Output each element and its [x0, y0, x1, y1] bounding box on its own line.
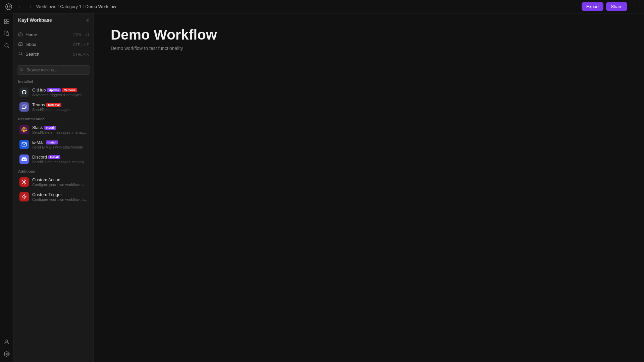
export-button[interactable]: Export — [582, 2, 604, 11]
svg-point-14 — [20, 68, 22, 71]
search-rail-icon[interactable] — [1, 40, 12, 51]
workflow-title: Demo Workflow — [111, 27, 627, 43]
svg-point-2 — [9, 5, 11, 7]
plugin-custom-trigger[interactable]: Custom Trigger Configure your own workfl… — [15, 190, 92, 204]
svg-rect-7 — [6, 33, 8, 36]
plugin-search-input[interactable] — [17, 65, 90, 75]
sidebar-item-home[interactable]: Home CTRL + H — [13, 30, 94, 40]
email-install-badge: Install — [46, 140, 58, 144]
breadcrumb-sep-2: / — [83, 4, 84, 9]
discord-name-row: Discord Install — [32, 155, 88, 160]
copy-icon[interactable] — [1, 28, 12, 39]
teams-info: Teams Remove Send/Delete messages — [32, 102, 88, 112]
email-info: E-Mail Install Send E-Mails with attachm… — [32, 140, 88, 149]
plugin-teams[interactable]: Teams Remove Send/Delete messages — [15, 100, 92, 114]
sidebar-item-inbox[interactable]: Inbox CTRL + T — [13, 40, 94, 49]
icon-rail — [0, 13, 13, 362]
topbar-actions: Export Share ⋮ — [582, 2, 640, 11]
app-logo — [4, 2, 13, 11]
more-button[interactable]: ⋮ — [630, 3, 640, 10]
discord-name: Discord — [32, 155, 47, 160]
custom-trigger-name: Custom Trigger — [32, 192, 62, 197]
svg-point-1 — [7, 5, 8, 7]
svg-line-13 — [21, 55, 22, 56]
back-button[interactable]: ← — [16, 3, 24, 11]
plugin-search-inner — [17, 65, 90, 75]
svg-rect-6 — [7, 22, 9, 24]
breadcrumb: Workflows / Category 1 / Demo Workflow — [36, 4, 116, 9]
svg-point-0 — [6, 3, 12, 9]
additions-section-label: Additions — [13, 167, 94, 175]
sidebar-nav: Home CTRL + H Inbox CTRL + T Search CTRL… — [13, 27, 94, 62]
discord-install-badge: Install — [48, 155, 60, 159]
main-area: Kayf Workbase « Home CTRL + H Inbox CTRL… — [0, 13, 644, 362]
inbox-label: Inbox — [25, 42, 36, 47]
custom-action-name-row: Custom Action — [32, 177, 88, 182]
github-info: GitHub Update Remove Advanced triggers &… — [32, 87, 88, 97]
svg-point-17 — [23, 181, 25, 183]
search-shortcut: CTRL + K — [73, 52, 89, 56]
github-update-badge: Update — [47, 88, 61, 92]
slack-icon — [19, 125, 29, 134]
home-shortcut: CTRL + H — [72, 33, 89, 37]
sidebar: Kayf Workbase « Home CTRL + H Inbox CTRL… — [13, 13, 94, 362]
svg-point-10 — [6, 340, 8, 342]
sidebar-title: Kayf Workbase — [18, 17, 52, 23]
email-desc: Send E-Mails with attachments — [32, 145, 88, 149]
inbox-shortcut: CTRL + T — [73, 43, 89, 47]
svg-rect-3 — [4, 19, 6, 21]
settings-icon[interactable] — [1, 349, 12, 359]
plugin-github[interactable]: GitHub Update Remove Advanced triggers &… — [15, 85, 92, 99]
sidebar-collapse-button[interactable]: « — [86, 17, 89, 23]
svg-rect-4 — [7, 19, 9, 21]
plugin-discord[interactable]: Discord Install Send/Delete messages, ma… — [15, 152, 92, 166]
discord-info: Discord Install Send/Delete messages, ma… — [32, 155, 88, 164]
forward-button[interactable]: → — [25, 3, 34, 11]
github-name: GitHub — [32, 87, 46, 93]
custom-trigger-icon — [19, 192, 29, 201]
teams-name-row: Teams Remove — [32, 102, 88, 107]
svg-rect-5 — [4, 22, 6, 24]
custom-action-name: Custom Action — [32, 177, 60, 182]
svg-marker-18 — [22, 194, 26, 199]
plugin-search-wrap — [13, 62, 94, 77]
plugin-email[interactable]: E-Mail Install Send E-Mails with attachm… — [15, 137, 92, 152]
breadcrumb-category[interactable]: Category 1 — [60, 4, 82, 9]
slack-name: Slack — [32, 125, 43, 130]
custom-action-desc: Configure your own workflow actions — [32, 183, 88, 187]
pages-icon[interactable] — [1, 16, 12, 27]
breadcrumb-workflows[interactable]: Workflows — [36, 4, 56, 9]
teams-name: Teams — [32, 102, 45, 107]
slack-info: Slack Install Send/Delete messages, mana… — [32, 125, 88, 134]
teams-desc: Send/Delete messages — [32, 108, 88, 112]
plugin-slack[interactable]: Slack Install Send/Delete messages, mana… — [15, 123, 92, 137]
recommended-section-label: Recommended — [13, 114, 94, 122]
custom-trigger-name-row: Custom Trigger — [32, 192, 88, 197]
plugin-search-icon — [19, 68, 23, 73]
sidebar-header: Kayf Workbase « — [13, 13, 94, 27]
teams-remove-badge: Remove — [46, 103, 61, 107]
custom-action-info: Custom Action Configure your own workflo… — [32, 177, 88, 187]
discord-icon — [19, 155, 29, 164]
teams-icon — [19, 102, 29, 112]
home-icon — [18, 32, 23, 38]
plugin-custom-action[interactable]: Custom Action Configure your own workflo… — [15, 175, 92, 189]
installed-section-label: Installed — [13, 77, 94, 85]
email-name-row: E-Mail Install — [32, 140, 88, 145]
share-button[interactable]: Share — [606, 2, 627, 11]
svg-line-9 — [8, 47, 9, 48]
user-icon[interactable] — [1, 337, 12, 347]
inbox-icon — [18, 42, 23, 47]
custom-action-icon — [19, 177, 29, 187]
svg-line-15 — [22, 70, 23, 71]
search-label: Search — [25, 52, 39, 57]
custom-trigger-info: Custom Trigger Configure your own workfl… — [32, 192, 88, 201]
search-nav-icon — [18, 51, 23, 57]
workflow-description: Demo workflow to test functionality — [111, 46, 627, 51]
home-label: Home — [25, 32, 37, 37]
content-area: Demo Workflow Demo workflow to test func… — [94, 13, 644, 362]
email-name: E-Mail — [32, 140, 45, 145]
slack-install-badge: Install — [44, 126, 56, 130]
svg-point-11 — [6, 353, 7, 355]
sidebar-item-search[interactable]: Search CTRL + K — [13, 49, 94, 59]
